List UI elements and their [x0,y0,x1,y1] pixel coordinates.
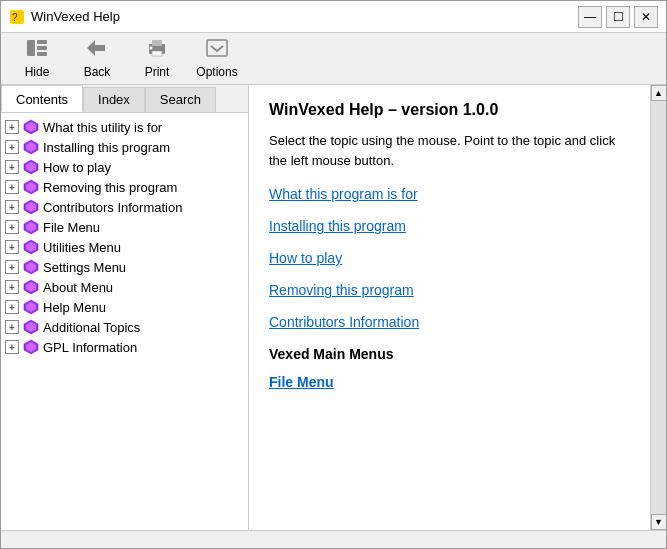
main-window: ? WinVexed Help — ☐ ✕ Hide [0,0,667,549]
main-area: Contents Index Search + What this utilit… [1,85,666,530]
hide-icon [25,38,49,63]
svg-rect-4 [37,46,47,50]
back-icon [85,38,109,63]
svg-rect-5 [37,52,47,56]
topic-icon [23,299,39,315]
scrollbar: ▲ ▼ [650,85,666,530]
link-contributors[interactable]: Contributors Information [269,314,630,330]
options-icon [205,38,229,63]
link-removing[interactable]: Removing this program [269,282,630,298]
tree-item-label: Help Menu [43,300,106,315]
topic-icon [23,219,39,235]
expand-icon[interactable]: + [5,180,19,194]
tree-item-label: What this utility is for [43,120,162,135]
expand-icon[interactable]: + [5,340,19,354]
title-bar-left: ? WinVexed Help [9,9,120,25]
options-button[interactable]: Options [189,37,245,81]
content-area: WinVexed Help – version 1.0.0 Select the… [249,85,650,530]
tab-contents[interactable]: Contents [1,85,83,112]
content-intro: Select the topic using the mouse. Point … [269,131,630,170]
back-button[interactable]: Back [69,37,125,81]
toolbar: Hide Back Print [1,33,666,85]
expand-icon[interactable]: + [5,260,19,274]
list-item[interactable]: + Settings Menu [1,257,248,277]
list-item[interactable]: + What this utility is for [1,117,248,137]
expand-icon[interactable]: + [5,320,19,334]
list-item[interactable]: + How to play [1,157,248,177]
left-panel: Contents Index Search + What this utilit… [1,85,249,530]
right-panel: WinVexed Help – version 1.0.0 Select the… [249,85,666,530]
scroll-down-button[interactable]: ▼ [651,514,667,530]
close-button[interactable]: ✕ [634,6,658,28]
hide-label: Hide [25,65,50,79]
list-item[interactable]: + Help Menu [1,297,248,317]
link-what-program[interactable]: What this program is for [269,186,630,202]
tree-item-label: About Menu [43,280,113,295]
tree-item-label: How to play [43,160,111,175]
svg-marker-6 [87,40,105,56]
expand-icon[interactable]: + [5,220,19,234]
scroll-track[interactable] [651,101,666,514]
tree-item-label: Additional Topics [43,320,140,335]
svg-rect-3 [37,40,47,44]
topic-icon [23,339,39,355]
list-item[interactable]: + Contributors Information [1,197,248,217]
options-label: Options [196,65,237,79]
tree-item-label: GPL Information [43,340,137,355]
section-title: Vexed Main Menus [269,346,630,362]
svg-point-10 [150,47,153,50]
print-label: Print [145,65,170,79]
tree-item-label: Utilities Menu [43,240,121,255]
link-file-menu[interactable]: File Menu [269,374,630,390]
scroll-up-button[interactable]: ▲ [651,85,667,101]
tree-item-label: File Menu [43,220,100,235]
tabs-bar: Contents Index Search [1,85,248,113]
list-item[interactable]: + About Menu [1,277,248,297]
list-item[interactable]: + File Menu [1,217,248,237]
window-title: WinVexed Help [31,9,120,24]
link-installing[interactable]: Installing this program [269,218,630,234]
expand-icon[interactable]: + [5,120,19,134]
expand-icon[interactable]: + [5,140,19,154]
expand-icon[interactable]: + [5,200,19,214]
expand-icon[interactable]: + [5,240,19,254]
list-item[interactable]: + Removing this program [1,177,248,197]
hide-button[interactable]: Hide [9,37,65,81]
title-controls: — ☐ ✕ [578,6,658,28]
minimize-button[interactable]: — [578,6,602,28]
tree-item-label: Contributors Information [43,200,182,215]
expand-icon[interactable]: + [5,280,19,294]
topic-icon [23,139,39,155]
svg-rect-11 [207,40,227,56]
link-how-to-play[interactable]: How to play [269,250,630,266]
topic-icon [23,119,39,135]
expand-icon[interactable]: + [5,160,19,174]
status-bar [1,530,666,548]
svg-rect-9 [152,51,162,56]
topic-icon [23,279,39,295]
list-item[interactable]: + Additional Topics [1,317,248,337]
content-title: WinVexed Help – version 1.0.0 [269,101,630,119]
title-bar: ? WinVexed Help — ☐ ✕ [1,1,666,33]
print-icon [145,38,169,63]
list-item[interactable]: + Installing this program [1,137,248,157]
tree-area: + What this utility is for + Installing … [1,113,248,530]
topic-icon [23,319,39,335]
tab-search[interactable]: Search [145,87,216,112]
tree-item-label: Removing this program [43,180,177,195]
maximize-button[interactable]: ☐ [606,6,630,28]
svg-rect-2 [27,40,35,56]
svg-rect-8 [152,40,162,46]
list-item[interactable]: + Utilities Menu [1,237,248,257]
topic-icon [23,239,39,255]
svg-text:?: ? [12,12,18,23]
list-item[interactable]: + GPL Information [1,337,248,357]
tree-item-label: Settings Menu [43,260,126,275]
app-icon: ? [9,9,25,25]
back-label: Back [84,65,111,79]
tree-item-label: Installing this program [43,140,170,155]
topic-icon [23,259,39,275]
expand-icon[interactable]: + [5,300,19,314]
print-button[interactable]: Print [129,37,185,81]
tab-index[interactable]: Index [83,87,145,112]
